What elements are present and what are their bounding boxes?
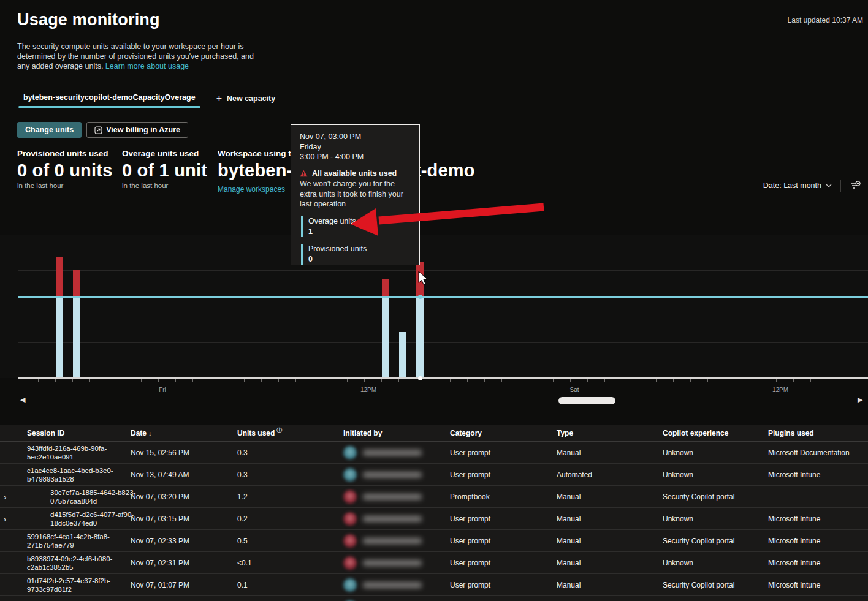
table-row[interactable]: b8938974-09e2-4cf6-b080-c2ab1c3852b5 Nov… (0, 552, 868, 574)
gridline (18, 270, 868, 271)
units-used-cell: 0.2 (237, 515, 343, 523)
change-units-button[interactable]: Change units (17, 122, 82, 138)
table-row[interactable]: c1ac4ce8-1aac-4bed-b3e0-b479893a1528 Nov… (0, 464, 868, 486)
redacted-user-name (363, 450, 422, 456)
session-id-cell: 943ffdfd-216a-469b-90fa-5ec2e10ae091 (27, 444, 125, 461)
provisioned-bar[interactable] (416, 298, 424, 378)
axis-tick (89, 379, 90, 382)
axis-tick (398, 379, 399, 382)
date-cell: Nov 07, 03:15 PM (131, 515, 237, 523)
copilot-experience-cell: Unknown (663, 515, 768, 523)
axis-tick (21, 379, 21, 382)
type-cell: Manual (557, 448, 663, 457)
view-billing-button[interactable]: View billing in Azure (86, 122, 188, 138)
type-cell: Manual (557, 493, 663, 501)
units-used-cell: <0.1 (237, 559, 343, 567)
chart-scrollbar-thumb[interactable] (558, 397, 615, 404)
axis-tick (742, 379, 742, 382)
tab-capacity-label: byteben-securitycopilot-demoCapacityOver… (23, 93, 196, 102)
axis-tick (673, 379, 674, 382)
table-row[interactable]: 943ffdfd-216a-469b-90fa-5ec2e10ae091 Nov… (0, 442, 868, 464)
expand-row-chevron-icon[interactable]: › (4, 492, 6, 501)
stat-overage-units: Overage units used 0 of 1 unit in the la… (122, 149, 207, 189)
redacted-user-name (363, 538, 422, 544)
date-filter-label: Date: Last month (763, 181, 821, 190)
category-cell: User prompt (450, 515, 557, 523)
initiated-by-cell (343, 446, 450, 459)
copilot-experience-cell: Unknown (663, 559, 768, 567)
provisioned-bar[interactable] (382, 298, 389, 378)
initiated-by-cell (343, 556, 450, 570)
axis-tick (501, 379, 502, 382)
legend-value: 1 (308, 227, 411, 237)
learn-more-link[interactable]: Learn more about usage (105, 62, 189, 70)
stat-label: Overage units used (122, 149, 207, 158)
axis-tick (107, 379, 107, 382)
change-units-label: Change units (25, 126, 74, 134)
toolbar: Change units View billing in Azure (17, 122, 188, 138)
legend-label: Overage units (308, 216, 411, 227)
column-header-plugins-used[interactable]: Plugins used (768, 429, 868, 437)
overage-bar[interactable] (73, 270, 80, 296)
provisioned-bar[interactable] (56, 298, 63, 378)
provisioned-bar[interactable] (399, 332, 406, 378)
x-axis-label: 12PM (772, 387, 788, 393)
plugins-used-cell: Microsoft Intune (768, 471, 868, 479)
table-row[interactable]: d415f5d7-d2c6-4077-af90-18dc0e374ed0 Nov… (0, 508, 868, 530)
axis-tick (364, 379, 365, 382)
avatar (343, 446, 357, 459)
new-capacity-button[interactable]: + New capacity (216, 93, 276, 104)
type-cell: Manual (557, 537, 663, 545)
warning-icon (300, 170, 308, 177)
column-header-units-used[interactable]: Units usedⓘ (237, 429, 343, 437)
axis-tick (707, 379, 708, 382)
chart-scroll-right-arrow[interactable]: ▶ (858, 396, 862, 404)
expand-row-chevron-icon[interactable]: › (4, 514, 6, 523)
tooltip-warning-body: We won't charge you for the extra units … (300, 179, 411, 210)
table-row[interactable]: 599168cf-4ca1-4c2b-8fa8-271b754ae779 Nov… (0, 530, 868, 552)
redacted-user-name (363, 582, 422, 588)
last-updated-text: Last updated 10:37 AM (788, 16, 863, 25)
chart-scroll-left-arrow[interactable]: ◀ (20, 396, 25, 404)
avatar (343, 556, 357, 570)
gridline (18, 342, 868, 343)
column-header-copilot-experience[interactable]: Copilot experience (663, 429, 768, 437)
category-cell: User prompt (450, 448, 557, 457)
column-header-date[interactable]: Date↓ (131, 429, 237, 437)
column-header-type[interactable]: Type (557, 429, 663, 437)
category-cell: Promptbook (450, 493, 557, 501)
table-row[interactable] (0, 596, 868, 601)
type-cell: Automated (557, 471, 663, 479)
avatar (343, 534, 357, 548)
tab-capacity[interactable]: byteben-securitycopilot-demoCapacityOver… (17, 89, 202, 108)
overage-bar[interactable] (416, 262, 424, 296)
session-id-cell: c1ac4ce8-1aac-4bed-b3e0-b479893a1528 (27, 466, 125, 483)
axis-tick (192, 379, 193, 382)
axis-tick (862, 379, 862, 382)
axis-tick (553, 379, 554, 382)
axis-tick (278, 379, 279, 382)
date-filter-dropdown[interactable]: Date: Last month (763, 181, 832, 190)
tooltip-datetime: Nov 07, 03:00 PM (300, 132, 411, 142)
axis-tick (690, 379, 691, 382)
axis-tick (604, 379, 605, 382)
table-row[interactable]: 01d74f2d-2c57-4e37-8f2b-9733c97d81f2 Nov… (0, 574, 868, 596)
x-axis-label: Sat (569, 387, 579, 393)
axis-tick (467, 379, 468, 382)
axis-tick (141, 379, 142, 382)
category-cell: User prompt (450, 581, 557, 589)
column-header-category[interactable]: Category (450, 429, 557, 437)
overage-bar[interactable] (382, 279, 389, 296)
units-used-cell: 0.5 (237, 537, 343, 545)
column-header-session-id[interactable]: Session ID (27, 429, 131, 437)
overage-bar[interactable] (56, 257, 63, 296)
stat-value: 0 of 1 unit (122, 161, 207, 180)
column-header-initiated-by[interactable]: Initiated by (343, 429, 450, 437)
units-used-cell: 0.3 (237, 471, 343, 479)
provisioned-bar[interactable] (73, 298, 80, 378)
table-row[interactable]: 30c7ef7a-1885-4642-b823-075b7caa884d Nov… (0, 486, 868, 508)
add-filter-icon[interactable] (850, 181, 861, 191)
tooltip-day: Friday (300, 142, 411, 153)
stat-caption: in the last hour (122, 182, 207, 189)
redacted-user-name (363, 472, 422, 478)
